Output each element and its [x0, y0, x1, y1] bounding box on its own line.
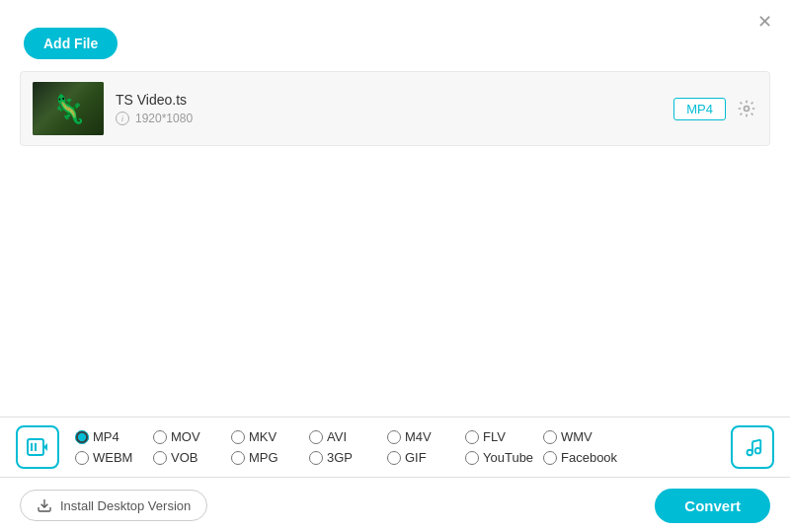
format-row-1: MP4MOVMKVAVIM4VFLVWMV: [75, 429, 723, 444]
format-option-youtube[interactable]: YouTube: [465, 450, 539, 465]
format-label-mkv[interactable]: MKV: [249, 429, 276, 444]
format-radio-mp4[interactable]: [75, 430, 89, 444]
video-format-icon[interactable]: [16, 425, 59, 469]
format-option-flv[interactable]: FLV: [465, 429, 539, 444]
format-radio-mov[interactable]: [153, 430, 167, 444]
format-label-3gp[interactable]: 3GP: [327, 450, 353, 465]
format-label-mp4[interactable]: MP4: [93, 429, 119, 444]
file-name: TS Video.ts: [116, 92, 662, 108]
format-option-wmv[interactable]: WMV: [543, 429, 617, 444]
format-option-mkv[interactable]: MKV: [231, 429, 305, 444]
format-option-vob[interactable]: VOB: [153, 450, 227, 465]
format-option-3gp[interactable]: 3GP: [309, 450, 383, 465]
format-option-gif[interactable]: GIF: [387, 450, 461, 465]
format-label-flv[interactable]: FLV: [483, 429, 506, 444]
format-radio-vob[interactable]: [153, 451, 167, 465]
format-label-vob[interactable]: VOB: [171, 450, 198, 465]
format-label-mov[interactable]: MOV: [171, 429, 200, 444]
audio-format-icon[interactable]: [731, 425, 774, 469]
format-label-webm[interactable]: WEBM: [93, 450, 132, 465]
format-radio-mkv[interactable]: [231, 430, 245, 444]
format-radio-mpg[interactable]: [231, 451, 245, 465]
format-label-m4v[interactable]: M4V: [405, 429, 432, 444]
file-item: TS Video.ts i 1920*1080 MP4: [20, 71, 770, 146]
format-radio-gif[interactable]: [387, 451, 401, 465]
svg-point-0: [745, 107, 750, 112]
format-option-mp4[interactable]: MP4: [75, 429, 149, 444]
format-option-m4v[interactable]: M4V: [387, 429, 461, 444]
format-option-mov[interactable]: MOV: [153, 429, 227, 444]
format-label-facebook[interactable]: Facebook: [561, 450, 617, 465]
format-radio-webm[interactable]: [75, 451, 89, 465]
install-desktop-button[interactable]: Install Desktop Version: [20, 490, 207, 521]
info-icon[interactable]: i: [116, 112, 129, 125]
file-thumbnail: [33, 82, 104, 135]
format-option-avi[interactable]: AVI: [309, 429, 383, 444]
file-info: TS Video.ts i 1920*1080: [116, 92, 662, 125]
file-meta: i 1920*1080: [116, 112, 662, 125]
file-actions: MP4: [673, 98, 757, 120]
svg-line-9: [752, 440, 760, 442]
format-label-wmv[interactable]: WMV: [561, 429, 592, 444]
format-bar: MP4MOVMKVAVIM4VFLVWMV WEBMVOBMPG3GPGIFYo…: [0, 417, 790, 478]
format-option-mpg[interactable]: MPG: [231, 450, 305, 465]
main-content-area: TS Video.ts i 1920*1080 MP4: [20, 71, 770, 404]
format-radio-3gp[interactable]: [309, 451, 323, 465]
format-radio-flv[interactable]: [465, 430, 479, 444]
format-radio-wmv[interactable]: [543, 430, 557, 444]
format-radio-avi[interactable]: [309, 430, 323, 444]
format-radio-youtube[interactable]: [465, 451, 479, 465]
add-file-button[interactable]: Add File: [24, 28, 118, 59]
install-label: Install Desktop Version: [60, 498, 191, 513]
format-label-youtube[interactable]: YouTube: [483, 450, 533, 465]
format-label-avi[interactable]: AVI: [327, 429, 347, 444]
format-label-gif[interactable]: GIF: [405, 450, 427, 465]
format-row-2: WEBMVOBMPG3GPGIFYouTubeFacebook: [75, 450, 723, 465]
convert-button[interactable]: Convert: [655, 489, 770, 523]
format-option-facebook[interactable]: Facebook: [543, 450, 617, 465]
file-resolution: 1920*1080: [135, 112, 193, 125]
close-button[interactable]: ✕: [754, 12, 774, 32]
format-options: MP4MOVMKVAVIM4VFLVWMV WEBMVOBMPG3GPGIFYo…: [75, 429, 723, 465]
settings-icon[interactable]: [736, 98, 757, 119]
action-bar: Install Desktop Version Convert: [0, 479, 790, 532]
format-label-mpg[interactable]: MPG: [249, 450, 278, 465]
format-radio-facebook[interactable]: [543, 451, 557, 465]
format-radio-m4v[interactable]: [387, 430, 401, 444]
format-option-webm[interactable]: WEBM: [75, 450, 149, 465]
format-badge-button[interactable]: MP4: [673, 98, 726, 120]
